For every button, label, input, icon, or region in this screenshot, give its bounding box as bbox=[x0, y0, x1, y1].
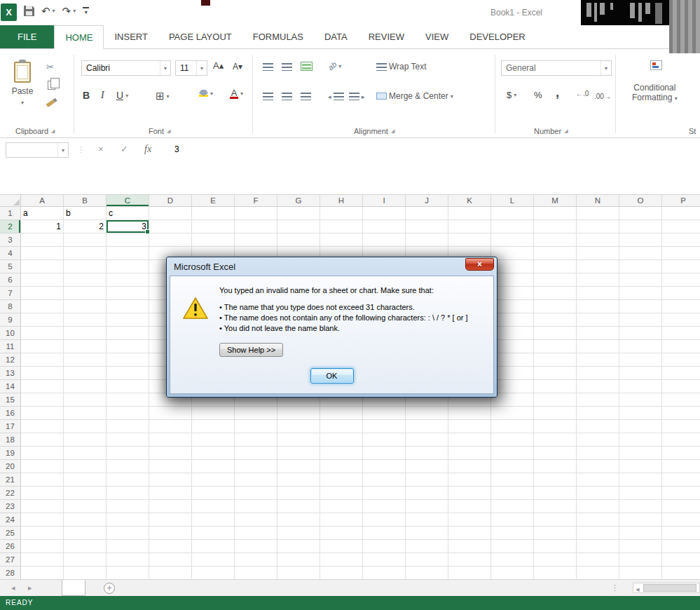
cell-H17[interactable] bbox=[320, 420, 363, 433]
cell-P4[interactable] bbox=[662, 247, 700, 260]
cell-N1[interactable] bbox=[577, 207, 619, 220]
row-header-28[interactable]: 28 bbox=[0, 567, 21, 579]
save-icon[interactable] bbox=[24, 6, 34, 16]
cell-D22[interactable] bbox=[149, 487, 192, 500]
cell-P12[interactable] bbox=[662, 353, 700, 367]
cell-D2[interactable] bbox=[149, 220, 192, 233]
row-header-12[interactable]: 12 bbox=[0, 353, 21, 367]
cell-L28[interactable] bbox=[491, 567, 534, 579]
cell-E16[interactable] bbox=[192, 407, 235, 420]
cell-B5[interactable] bbox=[64, 260, 107, 273]
cell-G21[interactable] bbox=[277, 473, 320, 487]
cell-A18[interactable] bbox=[21, 433, 64, 447]
cell-D1[interactable] bbox=[149, 207, 192, 220]
cell-M7[interactable] bbox=[534, 287, 577, 300]
cell-J17[interactable] bbox=[406, 420, 448, 433]
cell-F19[interactable] bbox=[235, 447, 277, 460]
cell-J18[interactable] bbox=[406, 433, 448, 447]
cell-M20[interactable] bbox=[534, 460, 577, 473]
cell-N4[interactable] bbox=[577, 247, 619, 260]
cell-C4[interactable] bbox=[107, 247, 149, 260]
cell-I23[interactable] bbox=[363, 500, 406, 513]
cell-G28[interactable] bbox=[277, 567, 320, 579]
cell-I25[interactable] bbox=[363, 527, 406, 540]
cell-L12[interactable] bbox=[491, 353, 534, 367]
cell-L13[interactable] bbox=[491, 367, 534, 380]
top-align-button[interactable] bbox=[263, 63, 273, 71]
cell-M9[interactable] bbox=[534, 313, 577, 327]
cell-A3[interactable] bbox=[21, 233, 64, 247]
cell-C18[interactable] bbox=[107, 433, 149, 447]
cell-F2[interactable] bbox=[235, 220, 277, 233]
orientation-dropdown-icon[interactable]: ▾ bbox=[338, 63, 341, 69]
number-format-dropdown-icon[interactable]: ▾ bbox=[605, 65, 608, 72]
cell-L10[interactable] bbox=[491, 327, 534, 340]
cell-E18[interactable] bbox=[192, 433, 235, 447]
cell-F22[interactable] bbox=[235, 487, 277, 500]
cell-M14[interactable] bbox=[534, 380, 577, 393]
cell-A12[interactable] bbox=[21, 353, 64, 367]
row-header-9[interactable]: 9 bbox=[0, 313, 21, 327]
cell-L6[interactable] bbox=[491, 273, 534, 287]
cell-M26[interactable] bbox=[534, 540, 577, 553]
cell-N20[interactable] bbox=[577, 460, 619, 473]
cell-O3[interactable] bbox=[619, 233, 662, 247]
cell-O23[interactable] bbox=[619, 500, 662, 513]
copy-icon[interactable] bbox=[48, 79, 62, 91]
cell-I28[interactable] bbox=[363, 567, 406, 579]
cell-A9[interactable] bbox=[21, 313, 64, 327]
column-header-G[interactable]: G bbox=[277, 195, 320, 207]
cell-N13[interactable] bbox=[577, 367, 619, 380]
paste-button[interactable]: Paste ▾ bbox=[6, 59, 39, 123]
cut-icon[interactable]: ✂ bbox=[46, 60, 60, 73]
cell-M3[interactable] bbox=[534, 233, 577, 247]
paste-dropdown-icon[interactable]: ▾ bbox=[21, 100, 24, 106]
font-name-dropdown-icon[interactable]: ▾ bbox=[164, 65, 167, 72]
cell-I17[interactable] bbox=[363, 420, 406, 433]
italic-button[interactable]: I bbox=[101, 90, 104, 101]
cell-F28[interactable] bbox=[235, 567, 277, 579]
row-header-16[interactable]: 16 bbox=[0, 407, 21, 420]
tab-page-layout[interactable]: PAGE LAYOUT bbox=[158, 25, 242, 48]
cell-K26[interactable] bbox=[448, 540, 491, 553]
row-header-21[interactable]: 21 bbox=[0, 473, 21, 487]
cell-P17[interactable] bbox=[662, 420, 700, 433]
row-header-8[interactable]: 8 bbox=[0, 300, 21, 313]
cell-G24[interactable] bbox=[277, 513, 320, 527]
cell-N16[interactable] bbox=[577, 407, 619, 420]
cell-G23[interactable] bbox=[277, 500, 320, 513]
cell-N24[interactable] bbox=[577, 513, 619, 527]
cell-B9[interactable] bbox=[64, 313, 107, 327]
cell-B2[interactable]: 2 bbox=[64, 220, 107, 233]
cell-O20[interactable] bbox=[619, 460, 662, 473]
underline-dropdown-icon[interactable]: ▾ bbox=[125, 93, 128, 99]
cell-J22[interactable] bbox=[406, 487, 448, 500]
number-dialog-launcher-icon[interactable]: ◢ bbox=[564, 128, 568, 134]
cell-D20[interactable] bbox=[149, 460, 192, 473]
cell-G16[interactable] bbox=[277, 407, 320, 420]
cell-A7[interactable] bbox=[21, 287, 64, 300]
cell-N12[interactable] bbox=[577, 353, 619, 367]
cell-I24[interactable] bbox=[363, 513, 406, 527]
cell-I3[interactable] bbox=[363, 233, 406, 247]
cell-I19[interactable] bbox=[363, 447, 406, 460]
cell-A15[interactable] bbox=[21, 393, 64, 407]
insert-function-icon[interactable]: fx bbox=[144, 144, 151, 155]
cell-G25[interactable] bbox=[277, 527, 320, 540]
cell-A8[interactable] bbox=[21, 300, 64, 313]
cell-F26[interactable] bbox=[235, 540, 277, 553]
cell-E24[interactable] bbox=[192, 513, 235, 527]
cell-D3[interactable] bbox=[149, 233, 192, 247]
cell-C11[interactable] bbox=[107, 340, 149, 353]
cell-B13[interactable] bbox=[64, 367, 107, 380]
cell-C21[interactable] bbox=[107, 473, 149, 487]
cell-P26[interactable] bbox=[662, 540, 700, 553]
cell-C6[interactable] bbox=[107, 273, 149, 287]
cell-M15[interactable] bbox=[534, 393, 577, 407]
cell-L8[interactable] bbox=[491, 300, 534, 313]
column-header-P[interactable]: P bbox=[662, 195, 700, 207]
cell-F25[interactable] bbox=[235, 527, 277, 540]
cell-K1[interactable] bbox=[448, 207, 491, 220]
cell-B19[interactable] bbox=[64, 447, 107, 460]
cell-P1[interactable] bbox=[662, 207, 700, 220]
